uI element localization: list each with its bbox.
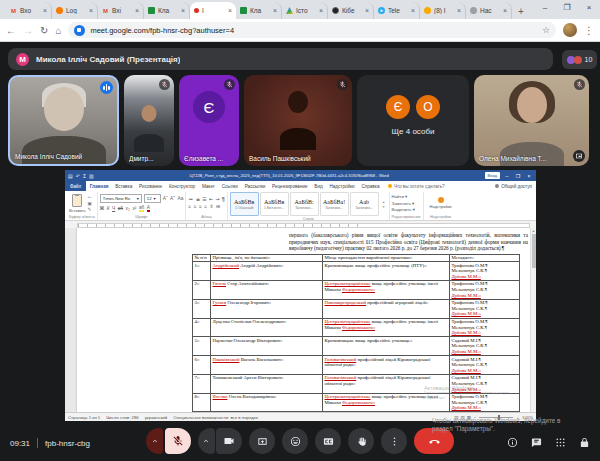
word-scrollbar[interactable]: ▴	[530, 228, 536, 412]
participant-tile-4[interactable]: Василь Пашківський	[244, 75, 352, 166]
present-button[interactable]	[249, 428, 275, 454]
browser-tab-9[interactable]: ➤Tele×	[374, 2, 420, 19]
home-icon[interactable]: ⌂	[55, 25, 61, 36]
italic-button[interactable]: К	[107, 206, 110, 211]
ribbon-tab-справка[interactable]: Справка	[358, 184, 383, 189]
tab-close-icon[interactable]: ×	[135, 7, 139, 14]
save-icon[interactable]: ▤	[68, 173, 73, 179]
styles-gallery-scroll[interactable]: ▴▾	[381, 200, 387, 209]
show-marks-icon[interactable]: ¶	[222, 197, 225, 202]
bullets-icon[interactable]: ≔	[188, 197, 193, 202]
ribbon-tab-файл[interactable]: Файл	[65, 181, 86, 191]
chat-icon[interactable]	[531, 437, 542, 448]
subscript-button[interactable]: x₂	[126, 206, 130, 211]
browser-tab-4[interactable]: Кла×	[144, 2, 190, 19]
participant-tile-1[interactable]: Микола Ілліч Садовий	[8, 75, 119, 166]
ribbon-tab-конструктор[interactable]: Конструктор	[166, 184, 199, 189]
ribbon-tab-рисование[interactable]: Рисование	[136, 184, 166, 189]
ribbon-tab-рецензирование[interactable]: Рецензирование	[269, 184, 311, 189]
url-text[interactable]: meet.google.com/fpb-hnsr-cbg?authuser=4	[90, 26, 234, 35]
browser-tab-6[interactable]: Кла×	[236, 2, 282, 19]
participant-tile-5[interactable]: ЄОЩе 4 особи	[357, 75, 469, 166]
word-restore[interactable]: ❐	[514, 173, 522, 179]
align-left-icon[interactable]: ≡	[188, 204, 191, 209]
ribbon-tab-рассылки[interactable]: Рассылки	[241, 184, 268, 189]
accessibility-status[interactable]: Специальные возможности: все в порядке	[173, 415, 258, 420]
ribbon-tab-главная[interactable]: Главная	[86, 184, 111, 189]
copy-icon[interactable]: ▣	[88, 201, 92, 206]
host-controls-icon[interactable]	[579, 437, 590, 448]
profile-avatar[interactable]	[563, 23, 577, 37]
scroll-up-icon[interactable]: ▴	[531, 228, 536, 233]
decrease-indent-icon[interactable]: ⇤	[209, 197, 213, 202]
style-chip-4[interactable]: АаБбВа!Заголово...	[320, 192, 349, 216]
page-count[interactable]: Страница 1 из 1	[68, 415, 100, 420]
bold-button[interactable]: Ж	[100, 206, 104, 211]
change-case-icon[interactable]: Аа	[177, 196, 183, 201]
format-painter-icon[interactable]: ✎	[88, 207, 92, 212]
mic-options-button[interactable]	[146, 428, 163, 454]
paste-button[interactable]: Вставить	[69, 194, 86, 213]
style-chip-2[interactable]: АаБбВв1 Без инте...	[260, 192, 289, 216]
line-spacing-icon[interactable]: ⇕	[210, 204, 214, 209]
browser-tab-2[interactable]: Log×	[52, 2, 98, 19]
tell-me-box[interactable]: Что вы хотите сделать?	[388, 184, 445, 189]
close-button[interactable]: ×	[578, 0, 600, 14]
browser-tab-10[interactable]: (8) І×	[420, 2, 466, 19]
font-size-select[interactable]: 12▾	[144, 194, 161, 203]
camera-toggle-button[interactable]	[216, 428, 242, 454]
style-chip-3[interactable]: АаБбВ:Заголово...	[290, 192, 319, 216]
browser-tab-3[interactable]: MВхі×	[98, 2, 144, 19]
reactions-button[interactable]	[282, 428, 308, 454]
tab-close-icon[interactable]: ×	[365, 7, 369, 14]
scroll-thumb[interactable]	[532, 234, 536, 268]
justify-icon[interactable]: ≡	[204, 204, 207, 209]
participant-tile-6[interactable]: Олена Михайлівна Т...	[474, 75, 589, 166]
participant-tile-2[interactable]: Дмитр...	[124, 75, 174, 166]
word-close[interactable]: ×	[525, 173, 533, 179]
raise-hand-button[interactable]	[348, 428, 374, 454]
borders-icon[interactable]: ⊞	[216, 204, 220, 209]
numbering-icon[interactable]: ≣	[196, 197, 200, 202]
superscript-button[interactable]: x²	[132, 206, 136, 211]
tab-close-icon[interactable]: ×	[319, 7, 323, 14]
activities-grid-icon[interactable]	[555, 437, 566, 448]
editing-item-найти[interactable]: Найти ▾	[392, 194, 415, 199]
strikethrough-button[interactable]: аб	[118, 206, 123, 211]
address-bar[interactable]: meet.google.com/fpb-hnsr-cbg?authuser=4 …	[68, 22, 556, 38]
word-minimize[interactable]: –	[503, 173, 511, 179]
new-tab-button[interactable]: +	[512, 6, 530, 19]
addins-button[interactable]: Надстройки	[426, 197, 456, 209]
ribbon-tab-вставка[interactable]: Вставка	[112, 184, 136, 189]
ribbon-tab-макет[interactable]: Макет	[199, 184, 219, 189]
ribbon-tab-надстройки[interactable]: Надстройки	[326, 184, 358, 189]
language[interactable]: украинский	[145, 415, 167, 420]
underline-button[interactable]: Ч	[112, 206, 115, 211]
word-signin-button[interactable]: Вход	[485, 172, 500, 179]
browser-tab-5[interactable]: І×	[190, 2, 236, 19]
style-chip-5[interactable]: АabЗаголово...	[350, 192, 379, 216]
tab-close-icon[interactable]: ×	[228, 7, 232, 14]
tab-close-icon[interactable]: ×	[273, 7, 277, 14]
pip-icon[interactable]	[573, 150, 585, 162]
increase-indent-icon[interactable]: ⇥	[216, 197, 220, 202]
mic-mute-button[interactable]	[165, 428, 191, 454]
bookmark-star-icon[interactable]: ☆	[542, 25, 550, 35]
font-name-select[interactable]: Times New Ro▾	[100, 194, 142, 203]
tab-close-icon[interactable]: ×	[457, 7, 461, 14]
reload-icon[interactable]: ↻	[40, 25, 48, 36]
participant-tile-3[interactable]: ЄЄлизавета ...	[179, 75, 239, 166]
minimize-button[interactable]: –	[534, 0, 556, 14]
ribbon-tab-ссылки[interactable]: Ссылки	[218, 184, 241, 189]
editing-item-заменить[interactable]: Заменить ▾	[392, 201, 415, 206]
tab-close-icon[interactable]: ×	[503, 7, 507, 14]
word-count[interactable]: Число слов: 286	[106, 415, 139, 420]
browser-tab-7[interactable]: Істо×	[282, 2, 328, 19]
align-center-icon[interactable]: ≡	[194, 204, 197, 209]
font-color-button[interactable]: А	[147, 205, 150, 212]
tab-close-icon[interactable]: ×	[89, 7, 93, 14]
highlight-button[interactable]: аб	[139, 205, 144, 212]
info-icon[interactable]	[507, 437, 518, 448]
forward-icon[interactable]: →	[23, 25, 33, 36]
maximize-button[interactable]: ❐	[556, 0, 578, 14]
